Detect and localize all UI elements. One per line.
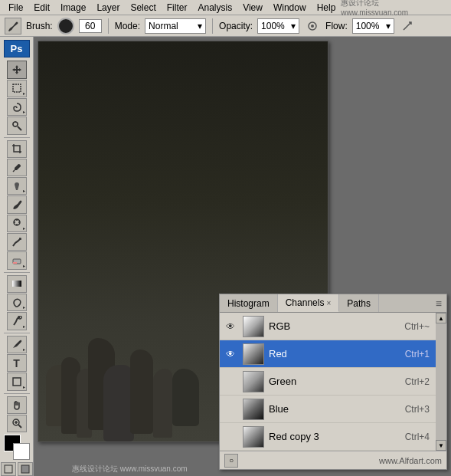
brush-label: Brush: [26,21,53,31]
menu-window[interactable]: Window [268,2,312,14]
channel-shortcut-red-copy: Ctrl+4 [405,432,430,442]
mode-label: Mode: [115,21,140,31]
color-block [4,435,30,460]
channel-name-red: Red [269,348,405,359]
tools-divider2 [4,272,30,273]
svg-rect-25 [21,465,29,473]
move-tool[interactable] [7,61,27,78]
visibility-icon-blue[interactable] [223,402,238,417]
eraser-tool[interactable]: ▸ [7,251,27,269]
zoom-tool[interactable] [7,415,27,432]
menu-view[interactable]: View [237,2,268,14]
clone-tool[interactable]: ▸ [7,215,27,232]
new-channel-icon[interactable]: ○ [224,454,238,468]
blur-tool[interactable]: ▸ [7,294,27,311]
tools-divider1 [4,137,30,138]
magic-wand-tool[interactable] [7,117,27,134]
flow-value: 100% [356,21,380,31]
menu-filter[interactable]: Filter [162,2,193,14]
chevron-down-icon: ▾ [386,21,391,31]
svg-point-4 [13,122,18,126]
small-arrow: ▸ [23,225,25,231]
brush-preview[interactable] [57,18,74,34]
svg-rect-17 [12,281,21,287]
flow-icon[interactable] [399,18,416,34]
small-arrow: ▸ [23,109,25,114]
channel-name-red-copy: Red copy 3 [269,431,405,442]
channel-row-red[interactable]: 👁 Red Ctrl+1 [220,340,436,368]
small-arrow: ▸ [23,90,25,96]
menu-image[interactable]: Image [55,2,91,14]
visibility-icon-green[interactable] [223,374,238,389]
svg-rect-24 [5,465,12,473]
channel-row-rgb[interactable]: 👁 RGB Ctrl+~ [220,313,436,340]
background-color[interactable] [13,443,30,460]
brush-tool-icon[interactable] [5,18,21,34]
channels-tab-close[interactable]: × [326,299,331,307]
gradient-tool[interactable] [7,275,27,293]
opacity-label: Opacity: [219,21,253,31]
panel-scrollbar[interactable]: ▲ ▼ [436,313,446,451]
svg-point-1 [311,25,314,28]
menu-edit[interactable]: Edit [28,2,55,14]
visibility-icon-rgb[interactable]: 👁 [223,319,238,334]
hand-tool[interactable] [7,396,27,414]
visibility-icon-red[interactable]: 👁 [223,346,238,362]
brush-tool[interactable] [7,195,27,213]
text-tool[interactable]: T [7,354,27,372]
panel-options-icon[interactable]: ≡ [431,297,446,310]
tools-divider4 [4,393,30,394]
brush-size[interactable]: 60 [79,19,102,33]
airbrush-icon[interactable] [304,18,321,34]
channel-row-red-copy-3[interactable]: Red copy 3 Ctrl+4 [220,423,436,451]
tab-channels[interactable]: Channels × [278,294,340,312]
quick-mask-off[interactable] [1,462,16,476]
crop-tool[interactable] [7,140,27,158]
panel-scroll-down[interactable]: ▼ [436,440,446,451]
dodge-tool[interactable]: ▸ [7,312,27,330]
channel-shortcut-red: Ctrl+1 [405,349,430,359]
small-arrow: ▸ [23,304,25,310]
menu-bar: File Edit Image Layer Select Filter Anal… [0,0,451,15]
visibility-icon-red-copy[interactable] [223,429,238,445]
menu-help[interactable]: Help [312,2,342,14]
opacity-input[interactable]: 100% ▾ [257,18,299,34]
flow-input[interactable]: 100% ▾ [352,18,394,34]
options-bar: Brush: 60 Mode: Normal ▾ Opacity: 100% ▾… [0,15,451,37]
mode-dropdown[interactable]: Normal ▾ [145,18,206,34]
quick-mask-on[interactable] [18,462,33,476]
small-arrow: ▸ [23,263,25,268]
menu-file[interactable]: File [3,2,28,14]
alfdart-watermark: www.Alfdart.com [379,456,442,465]
lasso-tool[interactable]: ▸ [7,98,27,116]
pen-tool[interactable]: ▸ [7,336,27,353]
ps-logo: Ps [4,40,30,57]
healing-tool[interactable]: ▸ [7,177,27,195]
tab-paths[interactable]: Paths [339,294,379,312]
small-arrow: ▸ [23,346,25,352]
history-brush-tool[interactable] [7,233,27,251]
svg-line-9 [13,170,15,172]
tab-histogram[interactable]: Histogram [220,294,278,312]
panel-scroll-up[interactable]: ▲ [436,313,446,323]
separator2 [212,18,213,34]
tools-bottom [1,462,33,476]
small-arrow: ▸ [23,384,25,389]
eyedropper-tool[interactable] [7,159,27,176]
marquee-tool[interactable]: ▸ [7,80,27,97]
shape-tool[interactable]: ▸ [7,373,27,390]
canvas-image-bottom[interactable] [42,292,226,438]
menu-analysis[interactable]: Analysis [192,2,237,14]
menu-select[interactable]: Select [125,2,161,14]
canvas-area: 182234_20928517 copy 2, Red/8) _ □ ✕ [34,37,451,476]
svg-line-21 [18,425,21,428]
channel-row-blue[interactable]: Blue Ctrl+3 [220,396,436,423]
menu-layer[interactable]: Layer [91,2,125,14]
svg-rect-2 [13,84,21,92]
watermark-left: 惠线设计论坛 www.missvuan.com [72,464,188,474]
channel-thumbnail-green [243,371,264,392]
panel-tabs: Histogram Channels × Paths ≡ [220,294,446,313]
svg-rect-16 [13,262,17,264]
channel-row-green[interactable]: Green Ctrl+2 [220,368,436,396]
small-arrow: ▸ [23,323,25,329]
